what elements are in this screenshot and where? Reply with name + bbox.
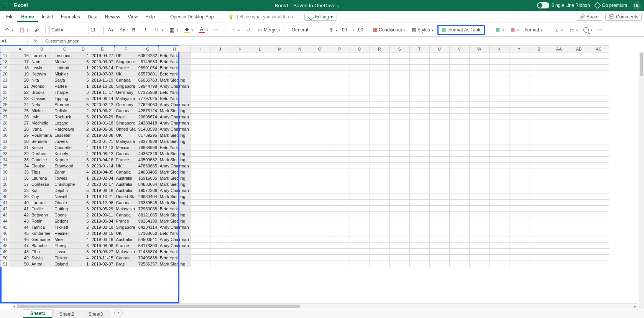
name-box[interactable]: A1 [0,39,28,43]
cell[interactable]: Canada [115,151,137,157]
sheet-tab[interactable]: Sheet3 [81,310,110,318]
cell[interactable] [489,193,509,200]
cell[interactable] [509,77,529,83]
cell[interactable] [210,193,230,200]
cell[interactable]: 24033405 [137,169,158,175]
cell[interactable] [190,83,210,89]
cell[interactable]: Andy Chairman [158,224,190,230]
cell[interactable] [350,83,370,89]
row-header[interactable]: 24 [0,95,10,102]
cell[interactable] [290,212,310,218]
italic-button[interactable]: I [141,26,150,34]
cell[interactable] [549,255,569,261]
cell[interactable] [429,200,449,206]
cell[interactable]: Lorretta [30,52,53,59]
cell[interactable]: Beto Yark [158,206,190,212]
cell[interactable] [549,89,569,95]
scroll-right-button[interactable]: ▸ [632,304,638,309]
cell[interactable] [210,163,230,169]
cell[interactable] [549,126,569,132]
cell[interactable] [350,59,370,65]
cell[interactable] [529,169,549,175]
row-header[interactable]: 51 [0,261,10,267]
row-header[interactable]: 45 [0,224,10,230]
cell[interactable]: 5 [76,102,90,108]
cell[interactable] [210,243,230,249]
cell[interactable] [489,243,509,249]
cell[interactable] [429,77,449,83]
cell[interactable]: 2019-09-11 [90,212,115,218]
row-header[interactable]: 22 [0,83,10,89]
cell[interactable] [449,175,469,181]
cell[interactable] [250,71,270,77]
cell[interactable] [409,255,429,261]
row-header[interactable]: 33 [0,151,10,157]
cell[interactable] [190,151,210,157]
cell[interactable] [330,181,350,187]
cell[interactable]: 24 [10,102,30,108]
row-header[interactable]: 42 [0,206,10,212]
cell[interactable]: Tharpe [53,89,76,95]
cell[interactable] [370,77,389,83]
cell[interactable] [529,77,549,83]
cell[interactable] [310,71,330,77]
cell[interactable] [409,65,429,71]
cell[interactable] [210,261,230,267]
cell[interactable] [429,120,449,126]
cell[interactable] [290,236,310,243]
cell[interactable] [310,65,330,71]
cell[interactable] [350,261,370,267]
formula-input[interactable]: CustomerNumber [43,39,81,43]
cell[interactable] [270,224,290,230]
cell[interactable] [389,249,409,255]
cell[interactable] [250,187,270,193]
cell[interactable] [230,200,250,206]
cell[interactable] [290,261,310,267]
cell[interactable] [330,95,350,102]
cell[interactable] [370,218,389,224]
cell[interactable] [409,108,429,114]
cell[interactable] [230,218,250,224]
cell[interactable] [290,243,310,249]
cell[interactable] [330,144,350,151]
cell[interactable] [449,187,469,193]
cell[interactable] [210,249,230,255]
cell[interactable] [350,65,370,71]
cell[interactable] [370,126,389,132]
tab-review[interactable]: Review [101,12,124,22]
cell[interactable] [310,175,330,181]
row-header[interactable]: 49 [0,249,10,255]
cell[interactable] [190,77,210,83]
cell[interactable]: Singapore [115,83,137,89]
cell[interactable] [310,77,330,83]
cell[interactable] [350,212,370,218]
more-ribbon-button[interactable]: ⋯ [596,26,605,34]
cell[interactable]: 4 [76,144,90,151]
cell[interactable] [549,151,569,157]
cell[interactable]: Canada [115,255,137,261]
cell[interactable] [270,52,290,59]
cell[interactable] [270,187,290,193]
cell[interactable]: 5 [76,114,90,120]
cell[interactable] [290,89,310,95]
cell[interactable] [469,89,489,95]
cell[interactable]: 4 [76,52,90,59]
cell[interactable] [569,187,589,193]
cell[interactable] [409,200,429,206]
single-line-toggle[interactable]: Single Line Ribbon [537,2,590,8]
cell[interactable] [409,193,429,200]
cell[interactable]: 28 [10,126,30,132]
cell[interactable] [330,206,350,212]
cell[interactable] [330,175,350,181]
cell[interactable]: Laurena [30,175,53,181]
cell[interactable] [509,169,529,175]
avatar[interactable]: HL [632,1,641,10]
cell[interactable] [230,102,250,108]
cell[interactable] [250,206,270,212]
cell[interactable] [489,157,509,163]
cell[interactable]: Reisner [53,230,76,236]
more-font-button[interactable]: ⋯ [212,26,221,34]
cell[interactable]: Neta [30,102,53,108]
cell[interactable] [310,163,330,169]
conditional-button[interactable]: ▦Conditional [370,26,407,34]
